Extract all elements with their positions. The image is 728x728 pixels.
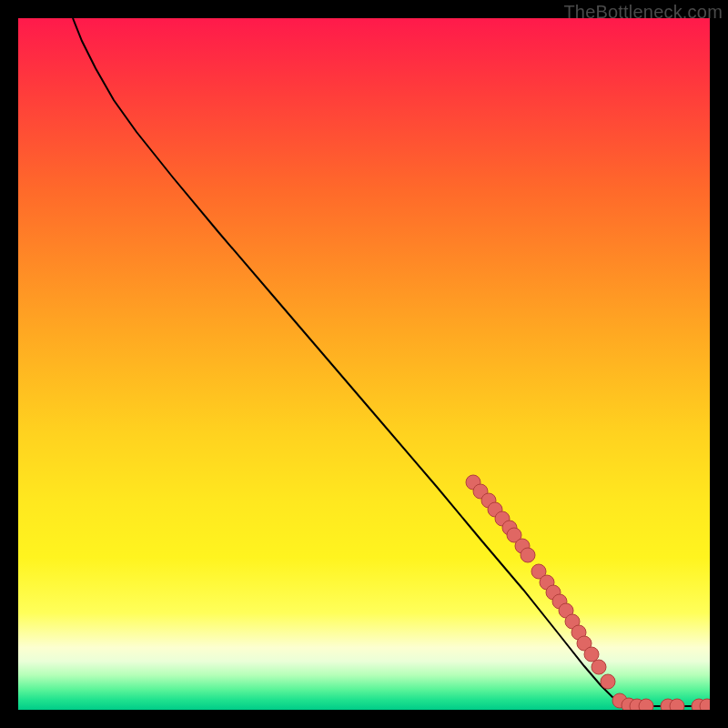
watermark-text: TheBottleneck.com xyxy=(563,2,723,23)
background-gradient xyxy=(18,18,710,710)
chart-frame xyxy=(18,18,710,710)
